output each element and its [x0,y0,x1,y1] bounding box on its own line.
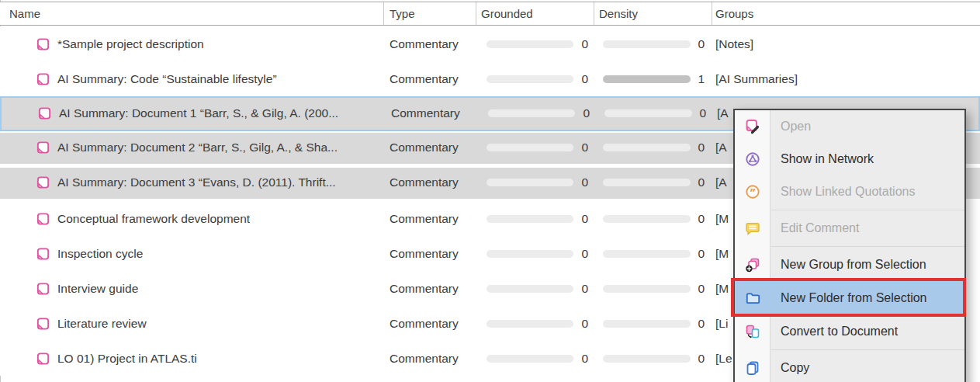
menu-item-convert-to-document[interactable]: Convert to Document [735,315,964,348]
linked-quotations-icon: ” [735,184,770,200]
menu-item-new-folder-from-selection[interactable]: New Folder from Selection [735,281,964,315]
network-icon [735,151,770,167]
row-type: Commentary [390,141,459,155]
row-groups: [Le [715,352,732,366]
row-groups: [A [717,106,729,120]
memo-icon [36,281,50,296]
svg-text:”: ” [750,186,757,198]
new-folder-icon [735,290,770,306]
grounded-value: 0 [559,37,588,51]
row-name: AI Summary: Document 1 “Barr, S., & Gilg… [59,106,338,120]
row-name: Inspection cycle [57,247,143,261]
column-header-groups[interactable]: Groups [715,2,753,25]
density-value: 0 [677,106,706,120]
row-name: Conceptual framework development [57,212,250,226]
row-type: Commentary [390,247,459,261]
column-divider[interactable] [594,2,594,25]
row-type: Commentary [391,106,460,120]
density-value: 0 [675,247,705,261]
column-header-density[interactable]: Density [599,2,638,25]
convert-to-document-icon [735,324,770,339]
grounded-value: 0 [559,282,588,296]
menu-item-label: New Group from Selection [781,258,926,272]
column-header-name[interactable]: Name [9,2,40,25]
menu-item-copy[interactable]: Copy [735,352,964,382]
menu-item-edit-comment[interactable]: Edit Comment [735,212,964,245]
row-name: AI Summary: Document 3 “Evans, D. (2011)… [57,175,336,189]
menu-separator [771,349,964,350]
row-type: Commentary [390,175,459,189]
table-row[interactable]: *Sample project description Commentary 0… [0,26,980,61]
row-type: Commentary [390,72,459,86]
menu-separator [771,246,964,247]
grounded-value: 0 [559,72,588,86]
column-divider[interactable] [383,2,384,25]
grounded-value: 0 [560,106,590,120]
menu-item-open[interactable]: Open [735,110,964,143]
density-value: 0 [675,317,705,331]
row-name: *Sample project description [57,37,204,51]
row-type: Commentary [390,212,459,226]
grounded-value: 0 [559,352,588,366]
menu-item-label: Show in Network [781,152,874,166]
density-value: 0 [675,352,705,366]
row-name: AI Summary: Code “Sustainable lifestyle” [57,72,277,86]
memo-icon [36,175,50,190]
comment-icon [735,221,770,236]
row-groups: [Li [715,317,728,331]
row-name: AI Summary: Document 2 “Barr, S., Gilg, … [57,141,338,155]
menu-item-label: Open [781,120,811,134]
density-value: 0 [675,282,705,296]
new-group-icon [735,257,770,273]
row-type: Commentary [390,317,459,331]
menu-item-label: Copy [781,361,809,375]
grounded-value: 0 [559,141,588,155]
column-header-grounded[interactable]: Grounded [481,2,533,25]
row-name: LO 01) Project in ATLAS.ti [57,352,197,366]
menu-item-show-linked-quotations[interactable]: ” Show Linked Quotations [735,175,964,208]
row-groups: [M [715,282,729,296]
grounded-value: 0 [559,247,588,261]
menu-item-label: New Folder from Selection [781,291,927,305]
density-value: 0 [675,175,705,189]
row-groups: [A [715,175,727,189]
menu-item-label: Edit Comment [781,221,859,235]
column-divider[interactable] [476,2,476,25]
open-memo-icon [735,119,770,134]
row-groups: [M [715,247,729,261]
memo-manager-window: Name Type Grounded Density Groups *Sampl… [0,0,980,382]
row-groups: [AI Summaries] [715,72,798,86]
table-header: Name Type Grounded Density Groups [0,2,980,26]
memo-icon [36,36,50,51]
menu-separator [771,210,964,210]
memo-icon [36,351,50,366]
column-divider[interactable] [712,2,712,25]
menu-item-label: Show Linked Quotations [781,185,915,199]
grounded-value: 0 [559,175,588,189]
column-header-type[interactable]: Type [390,2,415,25]
memo-icon [36,141,50,155]
memo-icon [36,246,50,261]
grounded-value: 0 [559,317,588,331]
memo-icon [37,106,52,120]
copy-icon [735,360,770,376]
memo-icon [36,211,50,226]
row-groups: [Notes] [715,37,753,51]
context-menu: Open Show in Network ” Show Linked Quota… [733,109,966,382]
row-name: Interview guide [57,282,138,296]
memo-icon [36,316,50,331]
row-type: Commentary [390,37,459,51]
row-type: Commentary [390,282,459,296]
menu-item-label: Convert to Document [781,325,898,339]
row-groups: [M [715,212,729,226]
density-value: 0 [675,212,705,226]
row-groups: [A [715,141,727,155]
menu-item-show-in-network[interactable]: Show in Network [735,143,964,175]
density-value: 0 [675,141,705,155]
row-name: Literature review [57,317,147,331]
menu-item-new-group-from-selection[interactable]: New Group from Selection [735,248,964,281]
grounded-value: 0 [559,212,588,226]
density-value: 1 [675,72,705,86]
table-row[interactable]: AI Summary: Code “Sustainable lifestyle”… [0,61,980,96]
density-value: 0 [675,37,705,51]
